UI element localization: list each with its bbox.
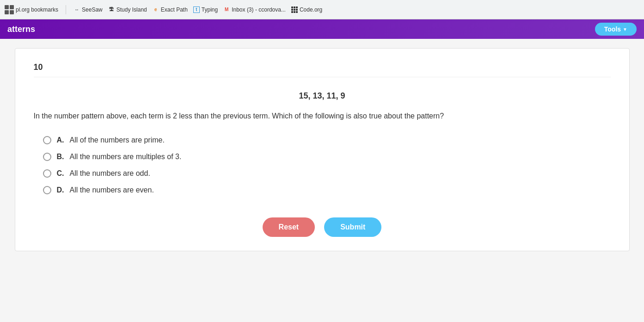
- study-island-label: Study Island: [117, 6, 147, 13]
- code-org-label: Code.org: [300, 6, 322, 13]
- purple-nav: atterns Tools: [0, 19, 644, 39]
- inbox-icon: M: [223, 6, 230, 13]
- study-island-icon: 🏝: [108, 6, 115, 13]
- option-d[interactable]: D. All the numbers are even.: [43, 186, 611, 194]
- radio-b[interactable]: [43, 153, 51, 161]
- question-text: In the number pattern above, each term i…: [34, 110, 611, 122]
- typing-label: Typing: [202, 6, 218, 13]
- bookmarks-text: pl.org bookmarks: [16, 6, 58, 13]
- question-number: 10: [34, 62, 611, 77]
- toolbar-separator: [66, 5, 66, 14]
- radio-d[interactable]: [43, 186, 51, 194]
- browser-toolbar: pl.org bookmarks ↔ SeeSaw 🏝 Study Island…: [0, 0, 644, 19]
- code-org-bookmark[interactable]: Code.org: [291, 6, 322, 13]
- button-row: Reset Submit: [34, 217, 611, 237]
- main-content: 10 15, 13, 11, 9 In the number pattern a…: [0, 39, 644, 322]
- tools-button[interactable]: Tools: [595, 23, 637, 36]
- option-c[interactable]: C. All the numbers are odd.: [43, 169, 611, 178]
- code-org-icon: [291, 6, 298, 13]
- option-b[interactable]: B. All the numbers are multiples of 3.: [43, 153, 611, 161]
- inbox-label: Inbox (3) - ccordova...: [232, 6, 286, 13]
- option-b-label: B.: [57, 153, 64, 161]
- bookmarks-label[interactable]: pl.org bookmarks: [5, 5, 58, 14]
- study-island-bookmark[interactable]: 🏝 Study Island: [108, 6, 147, 13]
- seesaw-label: SeeSaw: [82, 6, 103, 13]
- option-c-text: All the numbers are odd.: [70, 169, 150, 178]
- option-a[interactable]: A. All of the numbers are prime.: [43, 136, 611, 144]
- answer-options: A. All of the numbers are prime. B. All …: [43, 136, 611, 194]
- typing-icon: t: [193, 6, 200, 13]
- exact-path-label: Exact Path: [161, 6, 188, 13]
- seesaw-icon: ↔: [74, 6, 80, 13]
- option-a-label: A.: [57, 136, 64, 144]
- inbox-bookmark[interactable]: M Inbox (3) - ccordova...: [223, 6, 286, 13]
- radio-c[interactable]: [43, 169, 51, 178]
- exact-path-bookmark[interactable]: e Exact Path: [153, 6, 188, 13]
- submit-button[interactable]: Submit: [324, 217, 381, 237]
- option-c-label: C.: [57, 169, 64, 178]
- grid-icon: [5, 5, 14, 14]
- radio-a[interactable]: [43, 136, 51, 144]
- question-sequence: 15, 13, 11, 9: [34, 91, 611, 101]
- seesaw-bookmark[interactable]: ↔ SeeSaw: [74, 6, 103, 13]
- reset-button[interactable]: Reset: [263, 217, 315, 237]
- nav-title: atterns: [7, 25, 35, 34]
- question-card: 10 15, 13, 11, 9 In the number pattern a…: [15, 48, 630, 251]
- exact-path-icon: e: [153, 6, 159, 13]
- option-a-text: All of the numbers are prime.: [70, 136, 165, 144]
- bookmarks-bar: pl.org bookmarks ↔ SeeSaw 🏝 Study Island…: [5, 5, 639, 14]
- option-d-text: All the numbers are even.: [70, 186, 154, 194]
- typing-bookmark[interactable]: t Typing: [193, 6, 218, 13]
- option-d-label: D.: [57, 186, 64, 194]
- option-b-text: All the numbers are multiples of 3.: [70, 153, 182, 161]
